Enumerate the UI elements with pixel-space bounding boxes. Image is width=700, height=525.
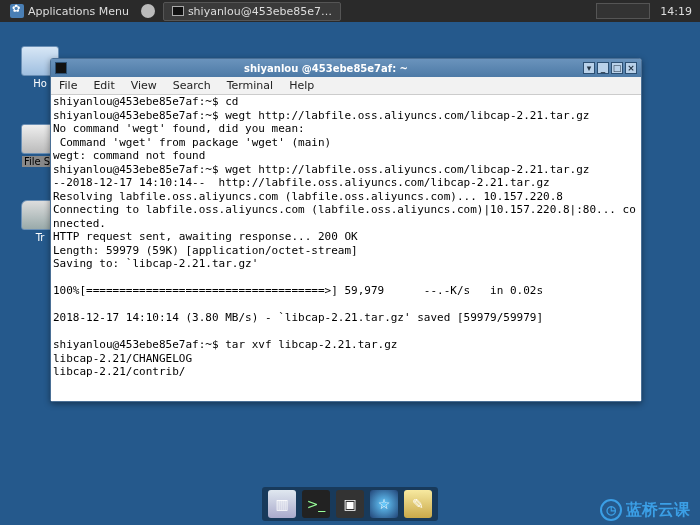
brand-text: 蓝桥云课: [626, 500, 690, 521]
taskbar-terminal-button[interactable]: shiyanlou@453ebe85e7…: [163, 2, 341, 21]
menu-search[interactable]: Search: [165, 79, 219, 92]
minimize-button[interactable]: _: [597, 62, 609, 74]
menu-edit[interactable]: Edit: [85, 79, 122, 92]
close-button[interactable]: ×: [625, 62, 637, 74]
desktop-icon-label: Tr: [36, 232, 45, 243]
taskbar-terminal-label: shiyanlou@453ebe85e7…: [188, 5, 332, 18]
menu-file[interactable]: File: [51, 79, 85, 92]
user-icon[interactable]: [141, 4, 155, 18]
dock-show-desktop-icon[interactable]: ▥: [268, 490, 296, 518]
terminal-window: shiyanlou @453ebe85e7af: ~ ▾ _ □ × File …: [50, 58, 642, 402]
window-title: shiyanlou @453ebe85e7af: ~: [71, 63, 581, 74]
top-panel: Applications Menu shiyanlou@453ebe85e7… …: [0, 0, 700, 22]
menu-help[interactable]: Help: [281, 79, 322, 92]
dock-editor-icon[interactable]: ✎: [404, 490, 432, 518]
desktop-icon-label: Ho: [33, 78, 47, 89]
dock-browser-icon[interactable]: ☆: [370, 490, 398, 518]
maximize-button[interactable]: □: [611, 62, 623, 74]
menu-terminal[interactable]: Terminal: [219, 79, 282, 92]
watermark-brand: ◷ 蓝桥云课: [600, 499, 690, 521]
applications-menu-label: Applications Menu: [28, 5, 129, 18]
window-titlebar[interactable]: shiyanlou @453ebe85e7af: ~ ▾ _ □ ×: [51, 59, 641, 77]
terminal-output[interactable]: shiyanlou@453ebe85e7af:~$ cd shiyanlou@4…: [51, 95, 641, 401]
dock-terminal-icon[interactable]: >_: [302, 490, 330, 518]
terminal-menubar: File Edit View Search Terminal Help: [51, 77, 641, 95]
applications-menu-button[interactable]: Applications Menu: [4, 2, 135, 20]
xfce-logo-icon: [10, 4, 24, 18]
terminal-icon: [172, 6, 184, 16]
window-app-icon: [55, 62, 67, 74]
menu-view[interactable]: View: [123, 79, 165, 92]
system-tray[interactable]: [596, 3, 650, 19]
dropdown-button[interactable]: ▾: [583, 62, 595, 74]
dock: ▥ >_ ▣ ☆ ✎: [262, 487, 438, 521]
brand-logo-icon: ◷: [600, 499, 622, 521]
clock[interactable]: 14:19: [656, 5, 696, 18]
dock-files-icon[interactable]: ▣: [336, 490, 364, 518]
